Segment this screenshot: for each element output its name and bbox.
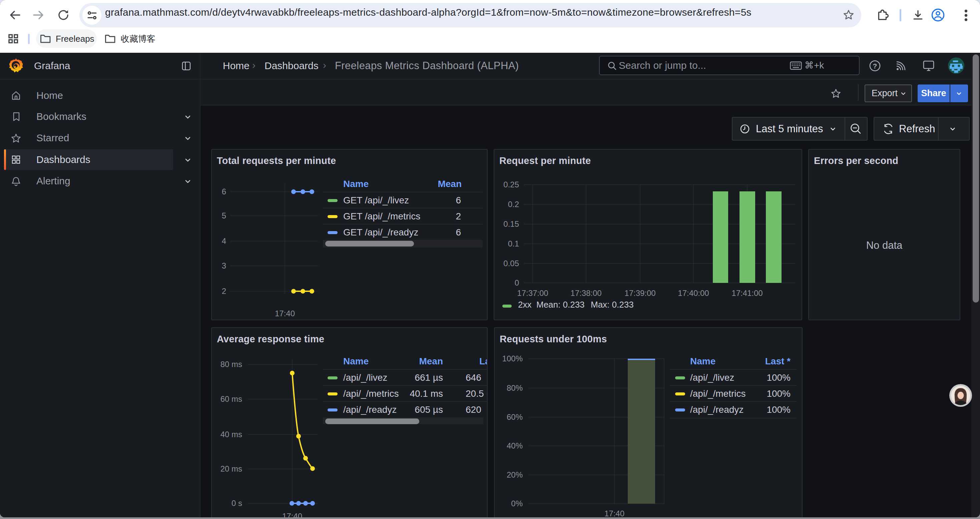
svg-text:5: 5	[222, 211, 226, 220]
svg-text:0%: 0%	[511, 499, 523, 508]
svg-text:2: 2	[222, 287, 226, 295]
svg-text:0.1: 0.1	[508, 239, 519, 248]
svg-text:0.25: 0.25	[503, 180, 519, 189]
svg-text:0.05: 0.05	[503, 259, 519, 268]
svg-text:6: 6	[222, 187, 226, 196]
svg-text:17:38:00: 17:38:00	[570, 289, 601, 297]
svg-text:20%: 20%	[507, 470, 523, 479]
svg-text:60 ms: 60 ms	[221, 394, 242, 404]
svg-text:17:40: 17:40	[275, 309, 295, 318]
svg-text:80%: 80%	[507, 383, 523, 393]
svg-text:17:41:00: 17:41:00	[732, 289, 762, 297]
svg-text:17:40: 17:40	[282, 512, 302, 517]
svg-text:0: 0	[515, 278, 519, 287]
svg-text:0.2: 0.2	[508, 200, 519, 209]
svg-text:80 ms: 80 ms	[221, 360, 242, 369]
svg-text:60%: 60%	[507, 412, 523, 422]
svg-text:17:40: 17:40	[605, 509, 624, 517]
svg-text:17:39:00: 17:39:00	[624, 289, 655, 297]
svg-text:0.15: 0.15	[503, 219, 519, 228]
svg-text:4: 4	[222, 236, 226, 246]
svg-text:0 s: 0 s	[231, 498, 242, 508]
svg-text:?: ?	[873, 62, 877, 70]
svg-text:20 ms: 20 ms	[221, 464, 242, 473]
svg-text:17:40:00: 17:40:00	[678, 289, 709, 297]
svg-text:17:37:00: 17:37:00	[517, 289, 548, 297]
svg-text:3: 3	[222, 261, 226, 270]
svg-text:40%: 40%	[507, 441, 523, 450]
svg-text:100%: 100%	[502, 354, 523, 363]
svg-text:40 ms: 40 ms	[221, 430, 242, 439]
